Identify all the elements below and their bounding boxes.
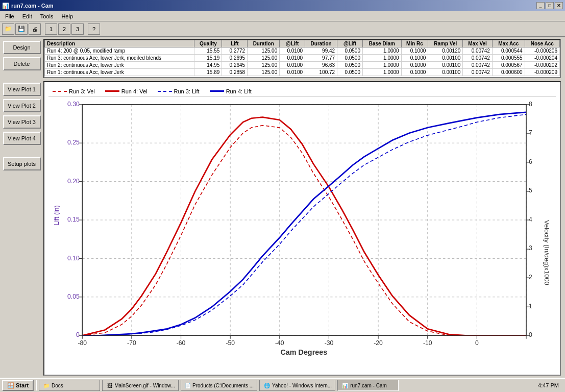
taskbar-mainscreen[interactable]: 🖼 MainScreen.gif - Window...	[102, 380, 179, 391]
svg-text:0: 0	[475, 339, 479, 347]
col-atlift1: @Lift	[280, 40, 305, 47]
help-button[interactable]: ?	[88, 23, 100, 35]
menu-bar: File Edit Tools Help	[0, 11, 565, 21]
menu-file[interactable]: File	[2, 12, 17, 20]
table-cell-3-4: 0.0100	[280, 69, 305, 76]
table-cell-3-11: 0.000600	[492, 69, 525, 76]
table-cell-0-7: 1.0000	[362, 47, 401, 55]
start-button[interactable]: 🪟 Start	[2, 380, 34, 391]
cam-icon: 📊	[341, 381, 349, 389]
y-left-title: Lift (in)	[53, 205, 60, 225]
table-cell-3-0: Run 1: continuous Acc, lower Jerk	[45, 69, 194, 76]
table-cell-1-3: 125.00	[248, 55, 280, 62]
legend-run3-vel-label: Run 3: Vel	[69, 88, 95, 94]
table-row[interactable]: Run 1: continuous Acc, lower Jerk15.890.…	[45, 69, 560, 76]
num2-button[interactable]: 2	[58, 23, 70, 35]
table-cell-1-1: 15.19	[194, 55, 222, 62]
col-lift: Lift	[222, 40, 248, 47]
table-row[interactable]: Run 4: 200 @ 0.05, modified ramp15.550.2…	[45, 47, 560, 55]
taskbar-docs[interactable]: 📁 Docs	[39, 380, 100, 391]
setup-plots-button[interactable]: Setup plots	[3, 157, 41, 170]
save-button[interactable]: 💾	[15, 23, 28, 35]
col-maxacc: Max Acc	[492, 40, 525, 47]
svg-text:0.25: 0.25	[67, 139, 80, 146]
table-header-row: Description Quality Lift Duration @Lift …	[45, 40, 560, 47]
menu-tools[interactable]: Tools	[37, 12, 57, 20]
view-plot3-button[interactable]: View Plot 3	[3, 115, 41, 129]
svg-text:-20: -20	[374, 339, 383, 347]
data-table-container[interactable]: Description Quality Lift Duration @Lift …	[43, 39, 561, 78]
delete-button[interactable]: Delete	[3, 57, 41, 70]
table-cell-1-5: 97.77	[305, 55, 337, 62]
view-plot2-button[interactable]: View Plot 2	[3, 99, 41, 112]
chart-svg: 0 0.05 0.10 0.15 0.20 0.25 0.30 Lift (in…	[48, 99, 556, 363]
close-button[interactable]: ✕	[555, 2, 563, 9]
taskbar-docs-label: Docs	[52, 383, 63, 388]
table-cell-3-12: -0.000209	[525, 69, 559, 76]
table-cell-0-5: 99.42	[305, 47, 337, 55]
print-button[interactable]: 🖨	[29, 23, 41, 35]
svg-text:3: 3	[529, 244, 532, 252]
legend-run3-lift-label: Run 3: Lift	[174, 88, 200, 94]
taskbar-yahoo[interactable]: 🌐 Yahoo! - Windows Intern...	[259, 380, 335, 391]
col-atlift2: @Lift	[337, 40, 363, 47]
table-cell-1-11: 0.000555	[492, 55, 525, 62]
table-cell-3-10: 0.00742	[463, 69, 493, 76]
svg-text:0.30: 0.30	[67, 101, 80, 108]
run4-vel-line	[82, 117, 526, 335]
table-cell-0-8: 0.1000	[401, 47, 428, 55]
products-icon: 📄	[184, 381, 191, 389]
svg-text:0: 0	[76, 332, 80, 339]
svg-text:2: 2	[529, 274, 532, 281]
view-plot4-button[interactable]: View Plot 4	[3, 132, 41, 145]
design-button[interactable]: Design	[3, 41, 41, 54]
num1-button[interactable]: 1	[45, 23, 57, 35]
grid-lines	[82, 105, 526, 335]
taskbar-products[interactable]: 📄 Products (C:\Documents ...	[181, 380, 257, 391]
col-rampvel: Ramp Vel	[428, 40, 463, 47]
table-cell-2-3: 125.00	[248, 62, 280, 69]
minimize-button[interactable]: _	[536, 2, 545, 9]
table-cell-1-4: 0.0100	[280, 55, 305, 62]
window-title: run7.cam - Cam	[11, 3, 54, 9]
main-area: Design Delete View Plot 1 View Plot 2 Vi…	[0, 37, 565, 378]
svg-text:4: 4	[529, 216, 532, 223]
col-minrc: Min Rc	[401, 40, 428, 47]
menu-edit[interactable]: Edit	[19, 12, 35, 20]
table-cell-2-5: 96.63	[305, 62, 337, 69]
view-plot1-button[interactable]: View Plot 1	[3, 83, 41, 96]
table-row[interactable]: Run 2: continuous Acc, lower Jerk14.950.…	[45, 62, 560, 69]
col-basediam: Base Diam	[362, 40, 401, 47]
x-labels: -80 -70 -60 -50 -40 -30 -20 -10 0	[78, 339, 479, 347]
table-cell-1-9: 0.00100	[428, 55, 463, 62]
toolbar: 📁 💾 🖨 1 2 3 ?	[0, 21, 565, 37]
taskbar-cam[interactable]: 📊 run7.cam - Cam	[337, 380, 399, 391]
taskbar-yahoo-label: Yahoo! - Windows Intern...	[272, 383, 332, 388]
title-bar-controls: _ □ ✕	[536, 2, 563, 9]
table-cell-1-6: 0.0500	[337, 55, 363, 62]
start-icon: 🪟	[7, 382, 14, 389]
y-right-labels: 0 1 2 3 4 5 6 7 8	[529, 101, 532, 338]
table-cell-0-9: 0.00120	[428, 47, 463, 55]
open-button[interactable]: 📁	[2, 23, 14, 35]
num3-button[interactable]: 3	[71, 23, 84, 35]
start-label: Start	[16, 382, 29, 388]
col-description: Description	[45, 40, 194, 47]
maximize-button[interactable]: □	[546, 2, 554, 9]
mainscreen-icon: 🖼	[106, 381, 113, 389]
table-cell-0-4: 0.0100	[280, 47, 305, 55]
table-cell-0-2: 0.2772	[222, 47, 248, 55]
legend-run4-lift: Run 4: Lift	[210, 88, 252, 94]
svg-text:-40: -40	[275, 339, 284, 347]
svg-text:7: 7	[529, 129, 532, 136]
left-panel: Design Delete View Plot 1 View Plot 2 Vi…	[0, 37, 43, 378]
x-title: Cam Degrees	[280, 348, 327, 356]
y-right-title: Velocity (In/deg)x1000	[543, 220, 551, 285]
table-cell-0-1: 15.55	[194, 47, 222, 55]
table-row[interactable]: Run 3: continuous Acc, lower Jerk, modif…	[45, 55, 560, 62]
table-cell-1-2: 0.2695	[222, 55, 248, 62]
chart-area: 0 0.05 0.10 0.15 0.20 0.25 0.30 Lift (in…	[48, 99, 556, 363]
menu-help[interactable]: Help	[58, 12, 76, 20]
table-cell-3-3: 125.00	[248, 69, 280, 76]
table-cell-2-9: 0.00100	[428, 62, 463, 69]
